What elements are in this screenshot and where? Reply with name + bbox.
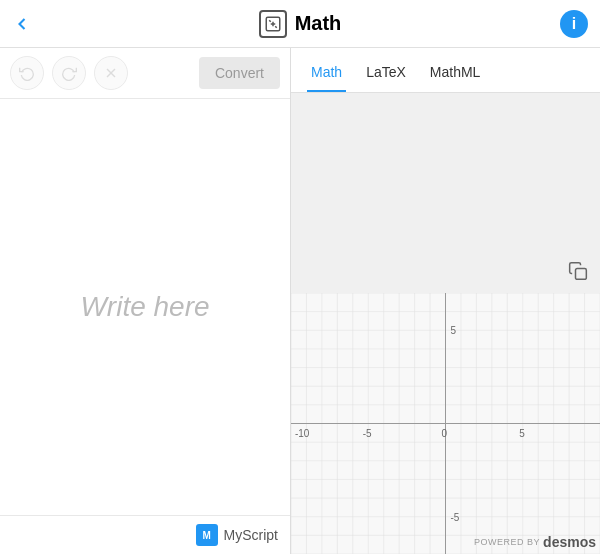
copy-button[interactable] bbox=[566, 259, 590, 283]
redo-button[interactable] bbox=[52, 56, 86, 90]
convert-button[interactable]: Convert bbox=[199, 57, 280, 89]
info-button[interactable]: i bbox=[560, 10, 588, 38]
output-area bbox=[291, 93, 600, 293]
powered-by-label: POWERED BY bbox=[474, 537, 540, 547]
myscript-label: MyScript bbox=[224, 527, 278, 543]
back-button[interactable] bbox=[12, 14, 32, 34]
svg-text:-10: -10 bbox=[295, 428, 310, 439]
write-area[interactable]: Write here bbox=[0, 99, 290, 515]
right-panel: Math LaTeX MathML bbox=[290, 48, 600, 554]
svg-text:5: 5 bbox=[450, 325, 456, 336]
svg-text:-5: -5 bbox=[363, 428, 372, 439]
tab-math[interactable]: Math bbox=[307, 58, 346, 92]
desmos-brand: POWERED BY desmos bbox=[474, 534, 596, 550]
myscript-brand: M MyScript bbox=[0, 515, 290, 554]
toolbar: Convert bbox=[0, 48, 290, 99]
write-hint: Write here bbox=[80, 291, 209, 323]
svg-text:-5: -5 bbox=[450, 511, 459, 522]
desmos-label: desmos bbox=[543, 534, 596, 550]
header: Math i bbox=[0, 0, 600, 48]
main-layout: Convert Write here M MyScript Math LaTeX… bbox=[0, 48, 600, 554]
svg-rect-7 bbox=[576, 269, 587, 280]
tab-mathml[interactable]: MathML bbox=[426, 58, 485, 92]
clear-button[interactable] bbox=[94, 56, 128, 90]
myscript-logo: M bbox=[196, 524, 218, 546]
undo-button[interactable] bbox=[10, 56, 44, 90]
header-title-group: Math bbox=[259, 10, 342, 38]
graph-area[interactable]: -10 -5 0 5 5 -5 POWERED BY desmos bbox=[291, 293, 600, 554]
app-icon bbox=[259, 10, 287, 38]
tab-latex[interactable]: LaTeX bbox=[362, 58, 410, 92]
tabs-container: Math LaTeX MathML bbox=[291, 48, 600, 93]
left-panel: Convert Write here M MyScript bbox=[0, 48, 290, 554]
svg-text:5: 5 bbox=[519, 428, 525, 439]
graph-svg: -10 -5 0 5 5 -5 bbox=[291, 293, 600, 554]
svg-line-3 bbox=[269, 20, 271, 22]
page-title: Math bbox=[295, 12, 342, 35]
svg-line-4 bbox=[275, 26, 277, 28]
svg-text:0: 0 bbox=[442, 428, 448, 439]
